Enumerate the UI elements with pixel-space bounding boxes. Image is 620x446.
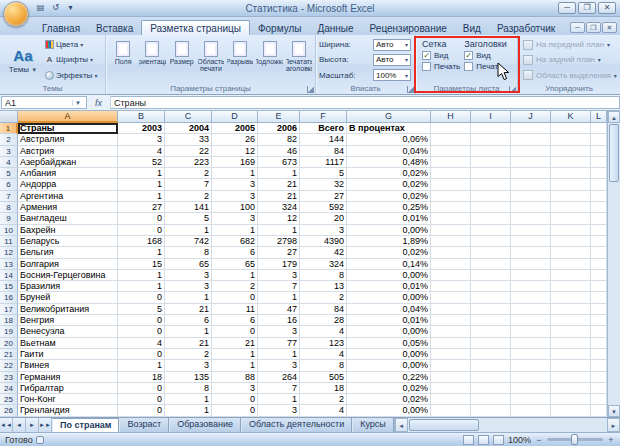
ribbon-tab[interactable]: Данные	[309, 21, 361, 35]
cell[interactable]: 1,89%	[347, 236, 431, 247]
cell[interactable]: 1	[258, 168, 300, 179]
cell[interactable]	[511, 405, 551, 416]
cell[interactable]	[431, 168, 471, 179]
arrange-item[interactable]: Область выделения▾	[523, 70, 618, 80]
fit-field-value[interactable]: 100%▾	[373, 69, 411, 81]
cell[interactable]: 21	[165, 304, 212, 315]
cell[interactable]: 1	[258, 292, 300, 303]
cell[interactable]: 3	[118, 134, 165, 145]
cell[interactable]	[551, 349, 591, 360]
cell[interactable]	[551, 236, 591, 247]
cell[interactable]: 46	[258, 146, 300, 157]
cell[interactable]: 223	[165, 157, 212, 168]
cell[interactable]: 18	[118, 372, 165, 383]
cell[interactable]: 8	[300, 270, 347, 281]
row-header[interactable]: 13	[0, 259, 18, 270]
cell[interactable]: 1	[118, 168, 165, 179]
cell[interactable]	[511, 292, 551, 303]
cell[interactable]: 3	[212, 213, 258, 224]
cell[interactable]: 2004	[165, 123, 212, 134]
cell[interactable]	[551, 372, 591, 383]
cell[interactable]: 0	[118, 315, 165, 326]
cell[interactable]: 2	[165, 191, 212, 202]
column-header[interactable]: H	[431, 111, 471, 123]
zoom-out-icon[interactable]: −	[535, 435, 543, 445]
cell[interactable]: 0	[212, 394, 258, 405]
row-header[interactable]: 14	[0, 270, 18, 281]
cell[interactable]: 0,01%	[347, 213, 431, 224]
row-header[interactable]: 23	[0, 372, 18, 383]
cell[interactable]	[431, 134, 471, 145]
cell[interactable]	[431, 157, 471, 168]
cell[interactable]	[431, 236, 471, 247]
cell[interactable]: 0,06%	[347, 134, 431, 145]
cell[interactable]	[551, 123, 591, 134]
cell[interactable]	[591, 304, 607, 315]
cell[interactable]	[511, 225, 551, 236]
cell[interactable]	[591, 315, 607, 326]
column-header[interactable]: L	[591, 111, 607, 123]
cell[interactable]: 0	[212, 292, 258, 303]
cell[interactable]: 4	[118, 338, 165, 349]
cell[interactable]: 16	[258, 315, 300, 326]
prev-sheet-icon[interactable]: ◄	[13, 418, 26, 432]
cell[interactable]: Аргентина	[18, 191, 118, 202]
cell[interactable]	[551, 157, 591, 168]
cell[interactable]	[591, 326, 607, 337]
cell[interactable]: 7	[165, 179, 212, 190]
row-header[interactable]: 20	[0, 338, 18, 349]
cell[interactable]: Бруней	[18, 292, 118, 303]
row-header[interactable]: 21	[0, 349, 18, 360]
cell[interactable]	[551, 191, 591, 202]
sheet-tab[interactable]: По странам	[52, 418, 119, 432]
row-header[interactable]: 26	[0, 405, 18, 416]
cell[interactable]: 32	[300, 179, 347, 190]
cell[interactable]: 1	[212, 360, 258, 371]
cell[interactable]: 2003	[118, 123, 165, 134]
office-button[interactable]	[3, 1, 29, 27]
cell[interactable]: 0,05%	[347, 338, 431, 349]
cell[interactable]	[591, 157, 607, 168]
cell[interactable]	[511, 213, 551, 224]
page-setup-button[interactable]: Подложка	[255, 37, 283, 83]
cell[interactable]	[511, 383, 551, 394]
cell[interactable]: 0,25%	[347, 202, 431, 213]
cell[interactable]	[551, 405, 591, 416]
cell[interactable]: 1	[165, 405, 212, 416]
cell[interactable]: 1	[258, 225, 300, 236]
cell[interactable]: 100	[212, 202, 258, 213]
cell[interactable]: 2	[300, 292, 347, 303]
cell[interactable]: 0,00%	[347, 360, 431, 371]
cell[interactable]	[471, 338, 511, 349]
cell[interactable]	[431, 292, 471, 303]
cell[interactable]	[551, 394, 591, 405]
cell[interactable]	[511, 202, 551, 213]
cell[interactable]: 1	[165, 326, 212, 337]
cell[interactable]	[431, 179, 471, 190]
cell[interactable]	[471, 134, 511, 145]
cell[interactable]: 84	[300, 304, 347, 315]
cell[interactable]	[551, 315, 591, 326]
cell[interactable]: 3	[212, 383, 258, 394]
cell[interactable]	[511, 191, 551, 202]
cell[interactable]: Страны	[18, 123, 118, 134]
book-restore-button[interactable]: ❐	[586, 22, 601, 33]
restore-button[interactable]: ❐	[578, 2, 596, 14]
checkbox-row[interactable]: ✓Вид	[464, 51, 506, 60]
cell[interactable]	[431, 338, 471, 349]
vertical-scroll-thumb[interactable]	[609, 124, 619, 182]
cell[interactable]: Германия	[18, 372, 118, 383]
cell[interactable]	[431, 360, 471, 371]
cell[interactable]: 0,00%	[347, 292, 431, 303]
row-header[interactable]: 5	[0, 168, 18, 179]
cell[interactable]: 42	[300, 247, 347, 258]
cell[interactable]: 0,14%	[347, 259, 431, 270]
cell[interactable]: 3	[165, 281, 212, 292]
cell[interactable]	[511, 134, 551, 145]
row-header[interactable]: 7	[0, 191, 18, 202]
cell[interactable]: 0,22%	[347, 372, 431, 383]
ribbon-tab[interactable]: Рецензирование	[362, 21, 455, 35]
row-header[interactable]: 16	[0, 292, 18, 303]
dialog-launcher-icon[interactable]	[407, 86, 414, 93]
cell[interactable]: 0,00%	[347, 225, 431, 236]
